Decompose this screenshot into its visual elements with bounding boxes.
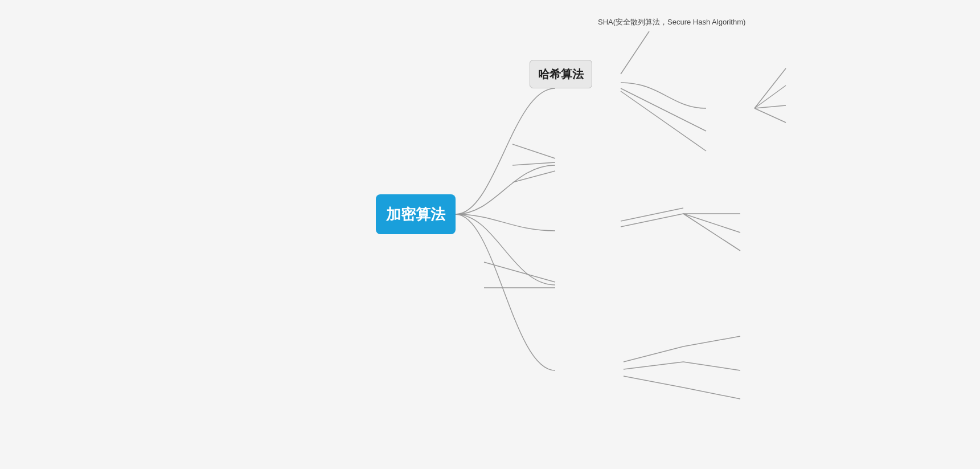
svg-line-20 bbox=[683, 362, 740, 370]
svg-line-1 bbox=[621, 88, 706, 131]
svg-line-21 bbox=[624, 376, 683, 388]
mindmap-canvas: 加密算法 哈希算法 SHA(安全散列算法，Secure Hash Algorit… bbox=[0, 0, 980, 469]
svg-line-18 bbox=[683, 336, 740, 346]
svg-line-3 bbox=[755, 68, 786, 108]
svg-line-22 bbox=[683, 388, 740, 399]
svg-line-16 bbox=[621, 208, 683, 221]
svg-line-5 bbox=[755, 105, 786, 108]
svg-line-6 bbox=[755, 108, 786, 123]
center-label: 加密算法 bbox=[386, 205, 445, 225]
hash-node: 哈希算法 bbox=[530, 60, 592, 88]
sha-title: SHA(安全散列算法，Secure Hash Algorithm) bbox=[598, 17, 745, 27]
svg-line-19 bbox=[624, 362, 683, 369]
svg-line-8 bbox=[512, 162, 555, 165]
svg-line-0 bbox=[621, 31, 649, 74]
svg-line-9 bbox=[512, 171, 555, 182]
center-node: 加密算法 bbox=[376, 194, 456, 234]
svg-line-7 bbox=[512, 144, 555, 158]
svg-line-17 bbox=[624, 346, 683, 362]
svg-line-4 bbox=[755, 85, 786, 108]
hash-label: 哈希算法 bbox=[538, 67, 584, 82]
svg-line-15 bbox=[683, 214, 740, 251]
svg-line-12 bbox=[621, 214, 683, 227]
svg-line-10 bbox=[484, 262, 555, 282]
svg-line-2 bbox=[621, 91, 706, 151]
svg-line-14 bbox=[683, 214, 740, 233]
